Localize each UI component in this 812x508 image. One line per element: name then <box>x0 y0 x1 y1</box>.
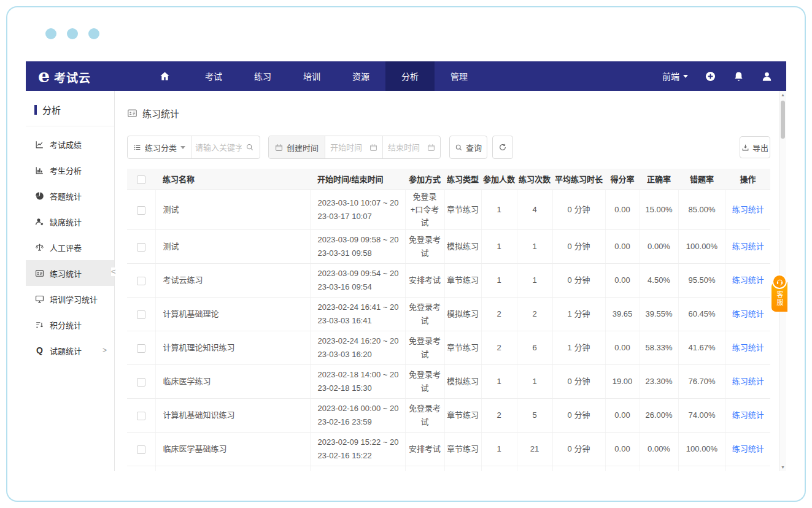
sidebar-item-label: 答题统计 <box>50 190 82 202</box>
practice-stats-link[interactable]: 练习统计 <box>732 444 764 453</box>
wrong-rate <box>678 466 725 471</box>
nav-item-analysis[interactable]: 分析 <box>385 61 435 91</box>
avg-duration: 1 分钟 <box>552 297 605 331</box>
row-checkbox[interactable] <box>137 206 145 215</box>
download-icon <box>741 144 749 152</box>
app-window: e 考试云 考试 练习 培训 资源 分析 管理 前端 <box>26 61 786 471</box>
row-checkbox[interactable] <box>137 310 145 319</box>
sidebar-item-answer-stats[interactable]: 答题统计 <box>26 183 114 209</box>
start-time-input[interactable] <box>330 143 369 152</box>
row-checkbox[interactable] <box>137 412 145 420</box>
row-checkbox[interactable] <box>137 344 145 353</box>
sidebar-item-training-stats[interactable]: 培训学习统计 <box>26 286 114 312</box>
app-logo[interactable]: e 考试云 <box>26 67 91 85</box>
scrollbar-thumb[interactable] <box>781 101 785 139</box>
sort-icon <box>35 320 44 329</box>
bell-icon[interactable] <box>733 71 744 82</box>
scroll-down-arrow-icon[interactable]: ▼ <box>779 465 786 469</box>
select-all-checkbox[interactable] <box>137 175 145 184</box>
nav-item-training[interactable]: 培训 <box>287 61 336 91</box>
practice-times <box>517 466 552 471</box>
sidebar-item-practice-stats[interactable]: 练习统计 <box>26 260 114 286</box>
practice-stats-link[interactable]: 练习统计 <box>732 410 764 420</box>
search-icon[interactable] <box>246 143 260 152</box>
wrong-rate: 60.45% <box>678 297 725 331</box>
user-icon[interactable] <box>761 71 773 82</box>
sidebar-item-examinee-analysis[interactable]: 考生分析 <box>26 157 114 183</box>
calendar-icon[interactable] <box>427 144 435 152</box>
top-navbar: e 考试云 考试 练习 培训 资源 分析 管理 前端 <box>26 61 786 91</box>
export-button[interactable]: 导出 <box>740 136 770 158</box>
plus-circle-icon[interactable] <box>705 71 716 82</box>
col-header: 正确率 <box>640 169 678 190</box>
exercise-time: 2023-02-09 15:22 ~ 2023-02-16 15:22 <box>310 432 405 466</box>
correct-rate: 26.00% <box>640 398 678 432</box>
practice-type: 模拟练习 <box>444 229 481 263</box>
table-row: 2023-02-01 17:27 ~ 2023-02 <box>127 466 770 471</box>
query-button[interactable]: 查询 <box>449 136 487 159</box>
correct-rate: 39.55% <box>640 297 678 331</box>
sidebar-section-title: 分析 <box>26 101 114 126</box>
keyword-search-input[interactable] <box>191 143 246 152</box>
practice-type: 章节练习 <box>444 398 481 432</box>
practice-stats-link[interactable]: 练习统计 <box>732 309 764 318</box>
sidebar-item-manual-grading[interactable]: 人工评卷 <box>26 234 114 260</box>
row-checkbox[interactable] <box>137 378 145 387</box>
table-row: 计算机基础理论 2023-02-24 16:41 ~ 2023-03-03 16… <box>127 297 770 331</box>
join-type: 安排考试 <box>405 432 444 466</box>
practice-stats-link[interactable]: 练习统计 <box>732 242 764 251</box>
practice-times: 4 <box>517 190 552 229</box>
sidebar-item-absence-stats[interactable]: 缺席统计 <box>26 209 114 234</box>
practice-stats-link[interactable]: 练习统计 <box>732 343 764 352</box>
header-checkbox-cell <box>127 169 155 190</box>
col-header: 得分率 <box>605 169 640 190</box>
customer-service-button[interactable]: 客服 <box>771 282 787 312</box>
sidebar-item-question-stats[interactable]: Q 试题统计 > <box>26 337 114 363</box>
nav-item-home[interactable] <box>140 61 189 91</box>
sidebar-item-label: 考试成绩 <box>50 139 82 150</box>
table-header-row: 练习名称 开始时间/结束时间 参加方式 练习类型 参加人数 练习次数 平均练习时… <box>127 169 770 190</box>
refresh-button[interactable] <box>492 136 513 159</box>
page-title: 练习统计 <box>127 107 770 120</box>
end-time-input[interactable] <box>388 143 427 152</box>
nav-item-manage[interactable]: 管理 <box>435 61 484 91</box>
nav-item-resource[interactable]: 资源 <box>336 61 385 91</box>
practice-times: 1 <box>517 364 552 398</box>
col-header: 开始时间/结束时间 <box>310 169 405 190</box>
line-chart-icon <box>35 140 44 149</box>
content-area: 分析 考试成绩 考生分析 答题统计 <box>26 91 786 471</box>
row-checkbox[interactable] <box>137 445 145 454</box>
sidebar-item-exam-scores[interactable]: 考试成绩 <box>26 131 114 157</box>
join-type: 免登录考试 <box>405 297 444 331</box>
practice-type: 模拟练习 <box>444 297 481 331</box>
scroll-up-arrow-icon[interactable]: ▲ <box>779 93 786 97</box>
col-header: 练习名称 <box>155 169 310 190</box>
exercise-time: 2023-03-09 09:58 ~ 2023-03-31 09:58 <box>310 229 405 263</box>
exercise-time: 2023-02-24 16:41 ~ 2023-03-03 16:41 <box>310 297 405 331</box>
calendar-icon[interactable] <box>369 144 377 152</box>
chevron-right-icon: > <box>102 346 107 355</box>
frontend-label: 前端 <box>662 70 679 82</box>
end-time-field <box>383 136 440 158</box>
sidebar-item-label: 积分统计 <box>50 319 82 331</box>
practice-times: 6 <box>517 331 552 364</box>
table-row: 临床医学基础练习 2023-02-09 15:22 ~ 2023-02-16 1… <box>127 432 770 466</box>
sidebar-item-label: 缺席统计 <box>50 216 82 228</box>
practice-stats-link[interactable]: 练习统计 <box>732 377 764 386</box>
logo-text: 考试云 <box>54 69 91 85</box>
sidebar-collapse-icon[interactable]: < <box>111 267 116 276</box>
row-checkbox[interactable] <box>137 277 145 285</box>
row-checkbox[interactable] <box>137 243 145 252</box>
practice-stats-link[interactable]: 练习统计 <box>732 275 764 285</box>
sidebar-item-points-stats[interactable]: 积分统计 <box>26 312 114 337</box>
category-dropdown[interactable]: 练习分类 <box>128 136 191 158</box>
correct-rate: 0.00% <box>640 432 678 466</box>
nav-item-practice[interactable]: 练习 <box>238 61 287 91</box>
wrong-rate: 41.67% <box>678 331 725 364</box>
practice-stats-link[interactable]: 练习统计 <box>732 205 764 214</box>
frontend-dropdown[interactable]: 前端 <box>662 70 688 82</box>
score-rate: 0.00 <box>605 190 640 229</box>
join-type: 安排考试 <box>405 263 444 297</box>
nav-item-exam[interactable]: 考试 <box>189 61 238 91</box>
join-type: 免登录+口令考试 <box>405 190 444 229</box>
